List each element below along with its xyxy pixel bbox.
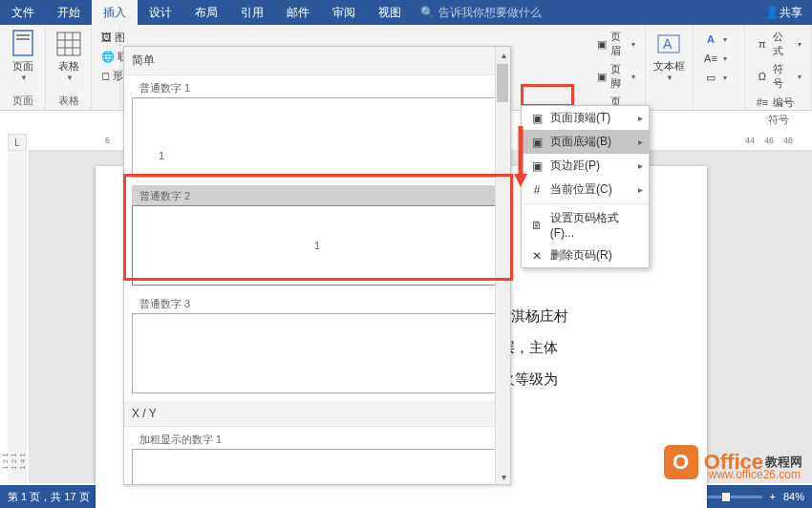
gallery-preview: 1	[132, 205, 502, 286]
dropcap-button[interactable]: A≡▾	[699, 50, 738, 67]
gallery-preview: 1	[132, 97, 502, 178]
svg-rect-0	[13, 31, 32, 55]
submenu-arrow-icon: ▸	[638, 113, 643, 123]
share-label: 共享	[780, 5, 802, 21]
svg-rect-2	[16, 38, 30, 40]
search-icon: 🔍	[420, 6, 435, 19]
svg-text:A: A	[663, 36, 673, 52]
scroll-down-icon[interactable]: ▾	[496, 469, 511, 484]
submenu-arrow-icon: ▸	[638, 160, 643, 171]
dropcap-icon: A≡	[703, 51, 718, 66]
footer-button[interactable]: ▣页脚▾	[592, 61, 639, 92]
globe-icon: 🌐	[101, 49, 115, 64]
menu-page-top[interactable]: ▣ 页面顶端(T) ▸	[522, 106, 649, 130]
picture-icon: 🖼	[101, 30, 112, 45]
ruler-vertical[interactable]: 1 4 1 1 2 1 1 2 1 1 10 1 1 8 1 1 6 1 1 4…	[8, 151, 27, 483]
gallery-scrollbar[interactable]: ▴ ▾	[495, 47, 510, 484]
menu-label: 页面顶端(T)	[550, 110, 610, 126]
gallery-item-label: 加粗显示的数字 1	[132, 429, 502, 449]
tab-mailings[interactable]: 邮件	[275, 0, 321, 25]
tell-me-search[interactable]: 🔍 告诉我你想要做什么	[420, 5, 542, 21]
menu-label: 页边距(P)	[550, 158, 600, 174]
page-margins-icon: ▣	[529, 159, 545, 174]
chevron-down-icon: ▼	[20, 74, 28, 82]
number-icon: #≡	[755, 95, 770, 110]
table-button[interactable]: 表格 ▼	[52, 29, 86, 82]
svg-rect-3	[57, 32, 80, 55]
pictures-button[interactable]: 🖼图	[97, 29, 114, 46]
status-page[interactable]: 第 1 页，共 17 页	[8, 490, 90, 504]
pi-icon: π	[755, 36, 770, 52]
online-button[interactable]: 🌐联	[97, 48, 114, 65]
menu-label: 当前位置(C)	[550, 181, 612, 198]
zoom-thumb[interactable]	[722, 493, 730, 501]
textbox-icon: A	[653, 29, 684, 59]
chevron-down-icon: ▼	[666, 74, 673, 82]
watermark-url: www.office26.com	[709, 468, 801, 481]
table-label: 表格	[58, 59, 79, 74]
menu-page-bottom[interactable]: ▣ 页面底端(B) ▸	[522, 130, 649, 154]
gallery-item-label: 普通数字 1	[132, 77, 502, 97]
equation-button[interactable]: π公式▾	[751, 29, 805, 59]
chevron-down-icon: ▾	[631, 73, 635, 81]
menu-remove-page-numbers[interactable]: ✕ 删除页码(R)	[522, 243, 649, 267]
symbol-button[interactable]: Ω符号▾	[751, 61, 805, 92]
tab-insert[interactable]: 插入	[92, 0, 138, 25]
gallery-item-bold1[interactable]: 加粗显示的数字 1	[132, 429, 502, 485]
header-button[interactable]: ▣页眉▾	[592, 29, 639, 59]
wordart-icon: A	[703, 32, 718, 47]
page-icon	[8, 29, 38, 59]
gallery-preview	[132, 313, 502, 393]
gallery-section-xy: X / Y	[124, 401, 510, 427]
zoom-in-button[interactable]: +	[770, 491, 776, 502]
chevron-down-icon: ▾	[798, 73, 801, 81]
menu-format-page-numbers[interactable]: 🗎 设置页码格式(F)...	[522, 206, 649, 243]
tab-file[interactable]: 文件	[0, 0, 46, 25]
footer-icon: ▣	[596, 69, 608, 84]
share-icon: 👤	[765, 6, 780, 19]
submenu-arrow-icon: ▸	[638, 137, 643, 147]
object-button[interactable]: ▭▾	[699, 69, 738, 86]
ribbon-tabs: 文件 开始 插入 设计 布局 引用 邮件 审阅 视图 🔍 告诉我你想要做什么 👤…	[0, 0, 812, 25]
zoom-level[interactable]: 84%	[783, 491, 804, 502]
tab-design[interactable]: 设计	[138, 0, 183, 25]
page-bottom-icon: ▣	[529, 135, 545, 150]
gallery-item-plain1[interactable]: 普通数字 1 1	[132, 77, 502, 178]
chevron-down-icon: ▾	[723, 74, 727, 82]
tab-references[interactable]: 引用	[229, 0, 275, 25]
gallery-item-plain2[interactable]: 普通数字 2 1	[132, 185, 502, 286]
tab-layout[interactable]: 布局	[183, 0, 229, 25]
ruler-corner[interactable]: L	[8, 134, 27, 151]
number-button[interactable]: #≡编号	[751, 94, 805, 111]
tab-view[interactable]: 视图	[367, 0, 413, 25]
menu-page-margins[interactable]: ▣ 页边距(P) ▸	[522, 154, 649, 178]
group-symbols-label: 符号	[751, 113, 805, 127]
page-number-menu: ▣ 页面顶端(T) ▸ ▣ 页面底端(B) ▸ ▣ 页边距(P) ▸ # 当前位…	[521, 105, 650, 268]
remove-icon: ✕	[529, 248, 545, 264]
gallery-item-label: 普通数字 2	[132, 185, 502, 205]
textbox-button[interactable]: A 文本框 ▼	[652, 29, 686, 82]
format-icon: 🗎	[529, 218, 545, 233]
textbox-label: 文本框	[653, 59, 685, 74]
tab-review[interactable]: 审阅	[321, 0, 367, 25]
menu-separator	[522, 203, 649, 204]
group-tables-label: 表格	[52, 94, 85, 108]
menu-current-position[interactable]: # 当前位置(C) ▸	[522, 178, 649, 201]
shapes-icon: ◻	[101, 68, 110, 83]
gallery-item-plain3[interactable]: 普通数字 3	[132, 293, 502, 393]
chevron-down-icon: ▾	[798, 40, 801, 49]
header-icon: ▣	[596, 36, 608, 52]
current-position-icon: #	[529, 182, 545, 198]
chevron-down-icon: ▾	[723, 54, 727, 63]
gallery-item-label: 普通数字 3	[132, 293, 502, 313]
scroll-up-icon[interactable]: ▴	[496, 47, 511, 62]
scroll-thumb[interactable]	[497, 64, 508, 102]
page-number-gallery: 简单 普通数字 1 1 普通数字 2 1 普通数字 3 X / Y 加粗显示的数…	[123, 46, 511, 485]
tab-home[interactable]: 开始	[46, 0, 92, 25]
wordart-button[interactable]: A▾	[699, 31, 738, 48]
shapes-button[interactable]: ◻形	[97, 67, 114, 84]
submenu-arrow-icon: ▸	[638, 184, 643, 195]
pages-button[interactable]: 页面 ▼	[6, 29, 40, 82]
share-button[interactable]: 👤 共享	[765, 5, 802, 21]
chevron-down-icon: ▼	[66, 74, 74, 82]
